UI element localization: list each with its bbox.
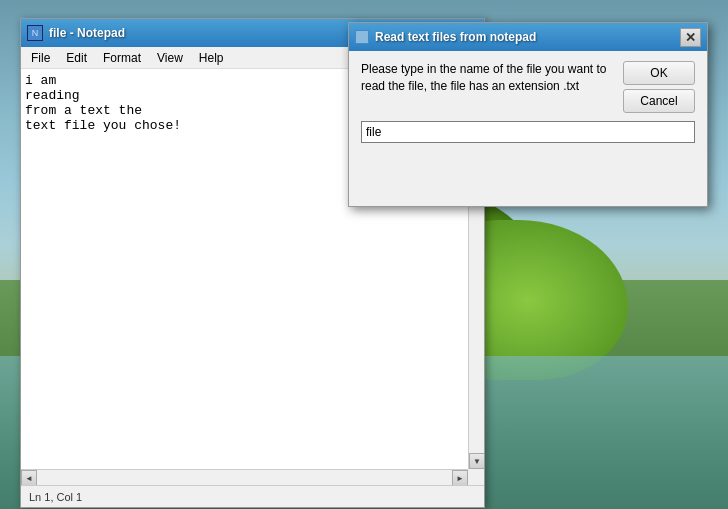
dialog-input-row bbox=[361, 121, 695, 143]
menu-edit[interactable]: Edit bbox=[58, 49, 95, 67]
scroll-down-arrow[interactable]: ▼ bbox=[469, 453, 484, 469]
dialog-cancel-button[interactable]: Cancel bbox=[623, 89, 695, 113]
menu-format[interactable]: Format bbox=[95, 49, 149, 67]
horizontal-scrollbar[interactable]: ◄ ► bbox=[21, 469, 468, 485]
scroll-left-arrow[interactable]: ◄ bbox=[21, 470, 37, 485]
notepad-statusbar: Ln 1, Col 1 bbox=[21, 485, 484, 507]
dialog-message: Please type in the name of the file you … bbox=[361, 61, 613, 113]
scroll-right-arrow[interactable]: ► bbox=[452, 470, 468, 485]
dialog-ok-button[interactable]: OK bbox=[623, 61, 695, 85]
notepad-icon: N bbox=[27, 25, 43, 41]
dialog-title: Read text files from notepad bbox=[375, 30, 680, 44]
menu-help[interactable]: Help bbox=[191, 49, 232, 67]
dialog-button-group: OK Cancel bbox=[623, 61, 695, 113]
dialog-close-button[interactable]: ✕ bbox=[680, 28, 701, 47]
dialog-filename-input[interactable] bbox=[361, 121, 695, 143]
cursor-position: Ln 1, Col 1 bbox=[29, 491, 82, 503]
dialog-content: Please type in the name of the file you … bbox=[349, 51, 707, 206]
scroll-corner bbox=[468, 469, 484, 485]
dialog-icon bbox=[355, 30, 369, 44]
menu-file[interactable]: File bbox=[23, 49, 58, 67]
dialog-body: Please type in the name of the file you … bbox=[361, 61, 695, 113]
menu-view[interactable]: View bbox=[149, 49, 191, 67]
dialog-titlebar: Read text files from notepad ✕ bbox=[349, 23, 707, 51]
dialog-read-textfile: Read text files from notepad ✕ Please ty… bbox=[348, 22, 708, 207]
